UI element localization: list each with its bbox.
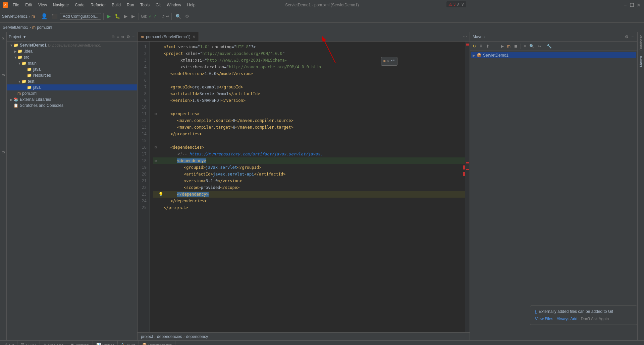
code-line-19: <groupId>javax.servlet</groupId> xyxy=(153,164,465,171)
menu-help[interactable]: Help xyxy=(184,2,198,8)
run-button[interactable]: ▶ xyxy=(106,13,112,20)
error-gutter-mark-top[interactable] xyxy=(466,44,469,46)
maven-collapse-button[interactable]: ≡ xyxy=(522,43,527,49)
maven-refresh-button[interactable]: ↻ xyxy=(471,43,477,49)
maximize-button[interactable]: ❐ xyxy=(629,2,635,8)
maven-run-button[interactable]: ▶ xyxy=(499,43,505,49)
menu-tools[interactable]: Tools xyxy=(138,2,152,8)
maven-close-icon[interactable]: − xyxy=(630,34,635,40)
close-button[interactable]: ✕ xyxy=(636,2,641,8)
maven-settings-icon[interactable]: ⚙ xyxy=(624,34,630,40)
menu-refactor[interactable]: Refactor xyxy=(88,2,108,8)
fold-marker-11[interactable]: ⊟ xyxy=(153,111,158,117)
fold-marker-18[interactable]: ⊟ xyxy=(153,157,158,164)
maven-panel-header: Maven ⚙ − xyxy=(470,32,637,42)
maven-generate-button[interactable]: ⬆ xyxy=(485,43,491,49)
tree-item-main[interactable]: ▼ 📁 main xyxy=(7,60,137,66)
run-config-button[interactable]: ⬛ xyxy=(50,13,59,20)
maven-add-button[interactable]: + xyxy=(491,43,496,49)
resources-folder-icon: 📁 xyxy=(27,73,32,78)
tab-close-button[interactable]: ✕ xyxy=(193,35,195,39)
debug-button[interactable]: 🐛 xyxy=(113,13,122,20)
maven-options-button[interactable]: 🔧 xyxy=(545,43,553,49)
bottom-tab-git[interactable]: ⎇ Git xyxy=(0,341,17,345)
tree-item-pomxml[interactable]: m pom.xml xyxy=(7,90,137,96)
structure-tool-icon[interactable]: S xyxy=(0,70,6,80)
minimize-button[interactable]: − xyxy=(623,2,628,8)
error-gutter-mark-19[interactable] xyxy=(466,162,469,163)
tree-item-scratches[interactable]: 📋 Scratches and Consoles xyxy=(7,102,137,109)
menu-run[interactable]: Run xyxy=(124,2,137,8)
code-line-21: <version>3.1.0</version> xyxy=(153,178,465,184)
git-push-icon[interactable]: ✓ xyxy=(153,14,157,19)
maven-m-button[interactable]: m xyxy=(506,43,512,49)
menu-view[interactable]: View xyxy=(36,2,50,8)
maven-link-button[interactable]: ⇔ xyxy=(536,43,542,49)
breadcrumb-dependency[interactable]: dependency xyxy=(186,334,208,339)
bottom-tab-build[interactable]: 🔨 Build xyxy=(118,341,139,345)
settings-button[interactable]: ⚙ xyxy=(183,13,191,20)
tree-item-root[interactable]: ▼ 📁 ServletDemo1 D:\code\Java\bite\Servl… xyxy=(7,42,137,48)
maven-stop-button[interactable]: ⏹ xyxy=(513,43,519,49)
notification-always-add-link[interactable]: Always Add xyxy=(556,317,577,321)
tree-item-main-java[interactable]: 📁 java xyxy=(7,66,137,72)
bottom-tab-problems[interactable]: ⚠ Problems xyxy=(40,341,67,345)
tab-action-more[interactable]: ⋯ xyxy=(462,33,468,40)
main-java-folder-icon: 📁 xyxy=(27,67,32,72)
maven-item-servletdemo1[interactable]: ▶ 📦 ServletDemo1 xyxy=(471,52,636,58)
bookmarks-tool-icon[interactable]: B xyxy=(0,147,6,157)
error-chevron-down[interactable]: ∨ xyxy=(461,2,464,7)
menu-window[interactable]: Window xyxy=(164,2,184,8)
project-settings-icon[interactable]: ⚙ xyxy=(126,34,131,40)
breadcrumb: project › dependencies › dependency xyxy=(138,332,470,340)
code-editor[interactable]: <?xml version="1.0" encoding="UTF-8"?> <… xyxy=(150,42,465,332)
tree-item-test-java[interactable]: 📁 java xyxy=(7,84,137,90)
profile-account-button[interactable]: 👤 xyxy=(39,12,49,20)
git-history-icon[interactable]: ↺ xyxy=(161,14,165,19)
bottom-tab-dependencies[interactable]: 📦 Dependencies xyxy=(139,341,175,345)
project-panel-header: Project ▼ ⊕ ≡ ⇔ ⚙ − xyxy=(7,32,137,42)
error-gutter-mark-20[interactable] xyxy=(466,169,469,170)
tree-item-ext-libs[interactable]: ▶ 📚 External Libraries xyxy=(7,96,137,102)
git-rollback-icon[interactable]: ↩ xyxy=(166,14,169,19)
project-tool-icon[interactable]: P xyxy=(0,33,6,44)
add-configuration-button[interactable]: Add Configuration... xyxy=(60,13,101,20)
tree-item-test[interactable]: ▼ 📁 test xyxy=(7,78,137,84)
fold-marker-16[interactable]: ⊟ xyxy=(153,144,158,151)
project-locate-icon[interactable]: ⊕ xyxy=(111,34,115,40)
right-strip-database[interactable]: Database xyxy=(639,32,643,53)
maven-search-button[interactable]: 🔍 xyxy=(528,43,536,49)
notification-dont-ask-link[interactable]: Don't Ask Again xyxy=(581,317,609,321)
bottom-tab-todo[interactable]: ☑ TODO xyxy=(17,341,40,345)
project-panel-dropdown-icon[interactable]: ▼ xyxy=(22,34,26,39)
project-collapse-icon[interactable]: ≡ xyxy=(116,34,120,40)
git-check-icon[interactable]: ✓ xyxy=(149,14,152,19)
bottom-tab-profiler[interactable]: 📊 Profiler xyxy=(93,341,118,345)
maven-download-sources-button[interactable]: ⬇ xyxy=(478,43,484,49)
bottom-tab-terminal[interactable]: ▣ Terminal xyxy=(67,341,93,345)
project-sort-icon[interactable]: ⇔ xyxy=(120,34,125,40)
tree-item-idea[interactable]: ▶ 📁 .idea xyxy=(7,48,137,54)
error-chevron-up[interactable]: ∧ xyxy=(457,2,460,7)
coverage-button[interactable]: ▶ xyxy=(122,13,129,20)
warning-icon-23[interactable]: 💡 xyxy=(158,191,164,198)
search-everywhere-button[interactable]: 🔍 xyxy=(174,13,183,20)
menu-navigate[interactable]: Navigate xyxy=(50,2,71,8)
menu-code[interactable]: Code xyxy=(72,2,87,8)
breadcrumb-project[interactable]: project xyxy=(141,334,153,339)
editor-tab-pomxml[interactable]: m pom.xml (ServletDemo1) ✕ xyxy=(138,32,199,41)
tree-item-resources[interactable]: 📁 resources xyxy=(7,72,137,78)
popup-close-icon[interactable]: ✕ xyxy=(387,58,389,65)
right-strip-maven[interactable]: Maven xyxy=(639,53,643,70)
notification-view-files-link[interactable]: View Files xyxy=(535,317,553,321)
menu-build[interactable]: Build xyxy=(109,2,123,8)
menu-file[interactable]: File xyxy=(10,2,22,8)
maven-toolbar: ↻ ⬇ ⬆ + ▶ m ⏹ ≡ 🔍 ⇔ 🔧 xyxy=(470,42,637,51)
git-update-icon[interactable]: ↑ xyxy=(158,14,160,19)
menu-git[interactable]: Git xyxy=(153,2,163,8)
tree-item-src[interactable]: ▼ 📁 src xyxy=(7,54,137,60)
breadcrumb-dependencies[interactable]: dependencies xyxy=(157,334,182,339)
menu-edit[interactable]: Edit xyxy=(22,2,35,8)
project-close-icon[interactable]: − xyxy=(131,34,135,40)
more-run-button[interactable]: ▶ xyxy=(130,13,137,20)
